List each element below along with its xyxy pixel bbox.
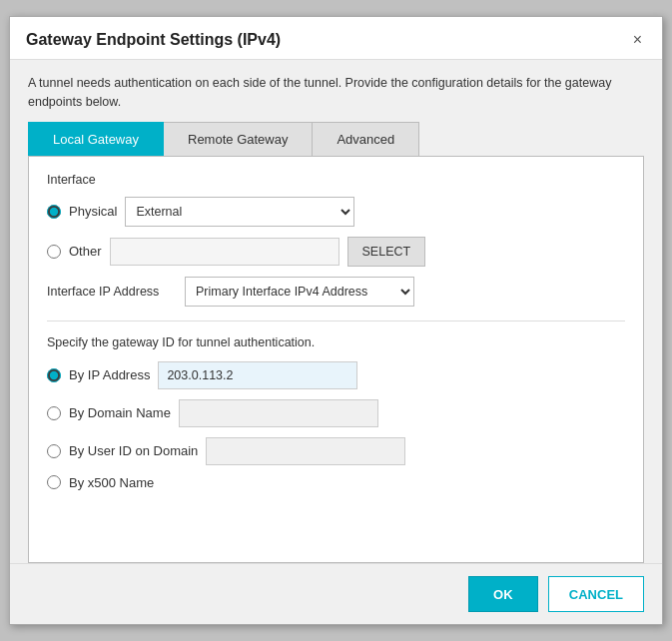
title-bar: Gateway Endpoint Settings (IPv4) × bbox=[10, 17, 662, 60]
gateway-id-description: Specify the gateway ID for tunnel authen… bbox=[47, 335, 625, 349]
interface-ip-row: Interface IP Address Primary Interface I… bbox=[47, 277, 625, 307]
dialog-title: Gateway Endpoint Settings (IPv4) bbox=[26, 31, 281, 49]
dialog: Gateway Endpoint Settings (IPv4) × A tun… bbox=[9, 16, 663, 625]
other-radio[interactable] bbox=[47, 245, 61, 259]
by-domain-input[interactable] bbox=[179, 399, 378, 427]
by-user-id-row: By User ID on Domain bbox=[47, 437, 625, 465]
by-domain-radio[interactable] bbox=[47, 406, 61, 420]
physical-radio[interactable] bbox=[47, 205, 61, 219]
content-wrapper: Interface Physical External Internal DMZ… bbox=[10, 156, 662, 564]
by-x500-row: By x500 Name bbox=[47, 475, 625, 490]
by-x500-radio[interactable] bbox=[47, 475, 61, 489]
tab-advanced[interactable]: Advanced bbox=[313, 122, 419, 156]
other-label: Other bbox=[69, 244, 102, 259]
by-user-id-input[interactable] bbox=[206, 437, 405, 465]
by-user-id-label: By User ID on Domain bbox=[69, 443, 198, 458]
physical-dropdown[interactable]: External Internal DMZ bbox=[125, 197, 354, 227]
by-domain-row: By Domain Name bbox=[47, 399, 625, 427]
by-user-id-radio[interactable] bbox=[47, 444, 61, 458]
tab-local-gateway[interactable]: Local Gateway bbox=[28, 122, 164, 156]
by-ip-label: By IP Address bbox=[69, 367, 150, 382]
close-button[interactable]: × bbox=[629, 32, 646, 48]
tab-bar: Local Gateway Remote Gateway Advanced bbox=[10, 122, 662, 156]
by-ip-input[interactable] bbox=[158, 361, 357, 389]
ok-button[interactable]: OK bbox=[468, 576, 538, 612]
by-x500-label: By x500 Name bbox=[69, 475, 154, 490]
footer: OK CANCEL bbox=[10, 563, 662, 624]
select-button[interactable]: SELECT bbox=[347, 237, 426, 267]
other-row: Other SELECT bbox=[47, 237, 625, 267]
interface-ip-dropdown[interactable]: Primary Interface IPv4 Address Secondary… bbox=[185, 277, 414, 307]
interface-label: Interface bbox=[47, 173, 625, 187]
by-ip-row: By IP Address bbox=[47, 361, 625, 389]
physical-label: Physical bbox=[69, 204, 117, 219]
description-text: A tunnel needs authentication on each si… bbox=[10, 60, 662, 122]
cancel-button[interactable]: CANCEL bbox=[548, 576, 644, 612]
by-ip-radio[interactable] bbox=[47, 368, 61, 382]
by-domain-label: By Domain Name bbox=[69, 405, 171, 420]
interface-ip-label: Interface IP Address bbox=[47, 285, 177, 299]
other-input[interactable] bbox=[110, 238, 339, 266]
tab-remote-gateway[interactable]: Remote Gateway bbox=[164, 122, 313, 156]
section-divider bbox=[47, 320, 625, 321]
tab-content: Interface Physical External Internal DMZ… bbox=[28, 156, 644, 564]
physical-row: Physical External Internal DMZ bbox=[47, 197, 625, 227]
